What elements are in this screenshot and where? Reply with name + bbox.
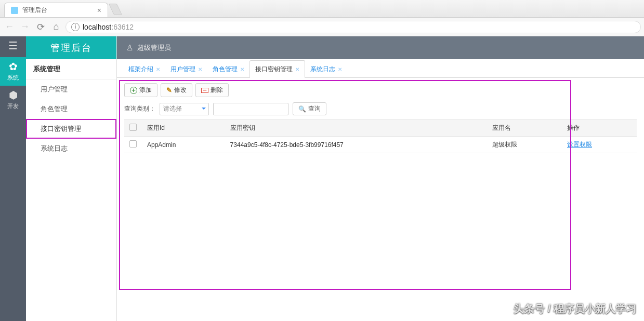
rail-item-system[interactable]: ✿系统 [0,57,26,86]
tab-framework[interactable]: 框架介绍✕ [123,61,165,77]
col-appname: 应用名 [487,120,562,137]
close-icon[interactable]: ✕ [240,66,244,72]
cell-appname: 超级权限 [487,137,562,153]
table-row[interactable]: AppAdmin 7344a9c5-4f8c-4725-bde5-3fb9971… [124,137,637,153]
close-icon[interactable]: ✕ [338,66,342,72]
back-icon[interactable]: ← [3,21,16,32]
url-text: localhost:63612 [83,23,134,31]
sidebar-item-users[interactable]: 用户管理 [26,79,116,99]
cube-icon: ⬢ [0,89,26,101]
close-icon[interactable]: ✕ [295,66,299,72]
sidebar-item-logs[interactable]: 系统日志 [26,139,116,158]
add-button[interactable]: +添加 [124,83,157,97]
browser-tab-title: 管理后台 [22,6,47,15]
edit-button[interactable]: ✎修改 [161,83,192,97]
set-permission-link[interactable]: 设置权限 [567,141,592,148]
delete-button[interactable]: –删除 [195,83,229,97]
list-icon: ☰ [0,39,26,52]
browser-tab[interactable]: 管理后台 × [4,3,108,17]
tab-users[interactable]: 用户管理✕ [165,61,207,77]
plus-icon: + [130,87,137,94]
tab-close-icon[interactable]: × [97,6,101,15]
filter-type-select[interactable]: 请选择 [160,103,209,115]
close-icon[interactable]: ✕ [198,66,202,72]
sidebar-item-apikey[interactable]: 接口密钥管理 [26,119,116,139]
sidebar: 管理后台 系统管理 用户管理 角色管理 接口密钥管理 系统日志 [26,36,117,321]
rail-item-list[interactable]: ☰ [0,36,26,57]
topbar: ♙ 超级管理员 [117,36,644,59]
filter-value-input[interactable] [213,103,288,115]
tab-roles[interactable]: 角色管理✕ [207,61,249,77]
select-all-checkbox[interactable] [129,124,137,131]
col-appid: 应用Id [142,120,225,137]
favicon [11,7,18,14]
reload-icon[interactable]: ⟳ [34,21,47,33]
home-icon[interactable]: ⌂ [50,21,62,32]
sidebar-section-title: 系统管理 [26,59,116,79]
close-icon[interactable]: ✕ [156,66,160,72]
info-icon[interactable]: i [71,23,80,31]
tab-apikey[interactable]: 接口密钥管理✕ [249,60,305,78]
current-user: 超级管理员 [137,43,171,52]
brand-title: 管理后台 [26,36,116,59]
cell-secret: 7344a9c5-4f8c-4725-bde5-3fb99716f457 [225,137,487,153]
gear-icon: ✿ [0,60,26,73]
forward-icon[interactable]: → [19,21,31,32]
search-icon: 🔍 [298,105,306,113]
query-button[interactable]: 🔍查询 [293,102,326,115]
new-tab-button[interactable] [109,4,122,15]
minus-icon: – [201,88,208,93]
data-table: 应用Id 应用密钥 应用名 操作 AppAdmin 7344a9c5-4f8c-… [124,119,637,153]
left-rail: ☰ ✿系统 ⬢开发 [0,36,26,321]
pencil-icon: ✎ [166,86,172,94]
col-secret: 应用密钥 [225,120,487,137]
address-input[interactable]: i localhost:63612 [65,21,641,33]
row-checkbox[interactable] [129,140,137,148]
user-icon: ♙ [126,43,133,52]
tab-logs[interactable]: 系统日志✕ [305,61,347,77]
watermark: 头条号 / 程序员小新人学习 [514,302,637,316]
col-action: 操作 [562,120,637,137]
sidebar-item-roles[interactable]: 角色管理 [26,99,116,119]
filter-label: 查询类别： [124,104,155,113]
tab-strip: 框架介绍✕ 用户管理✕ 角色管理✕ 接口密钥管理✕ 系统日志✕ [117,59,644,78]
cell-appid: AppAdmin [142,137,225,153]
rail-item-dev[interactable]: ⬢开发 [0,86,26,114]
